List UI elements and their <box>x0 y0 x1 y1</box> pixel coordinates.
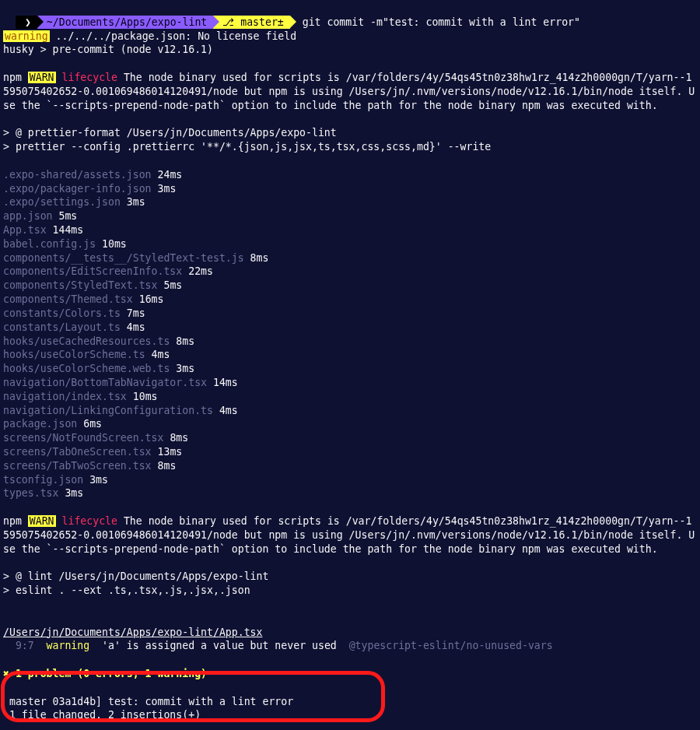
file-row: hooks/useCachedResources.ts 8ms <box>3 335 697 349</box>
file-row: constants/Layout.ts 4ms <box>3 321 697 335</box>
warn-badge: WARN <box>28 72 56 83</box>
prompt-line-2[interactable]: ❯~/Documents/Apps/expo-lint⎇ master <box>3 722 697 730</box>
file-row: screens/NotFoundScreen.tsx 8ms <box>3 431 697 445</box>
warning-badge: warning <box>3 30 50 42</box>
prettier-file-list: .expo-shared/assets.json 24ms.expo/packa… <box>3 168 697 501</box>
file-row: app.json 5ms <box>3 209 697 223</box>
file-row: components/__tests__/StyledText-test.js … <box>3 251 697 265</box>
file-row: components/StyledText.tsx 5ms <box>3 279 697 293</box>
pkg-warning: warning ../../../package.json: No licens… <box>3 30 697 44</box>
prompt-branch: ⎇ master± <box>213 16 290 29</box>
file-row: babel.config.js 10ms <box>3 237 697 251</box>
prettier-header: > @ prettier-format /Users/jn/Documents/… <box>3 126 697 140</box>
commit-result-1: master 03a1d4b] test: commit with a lint… <box>3 695 697 709</box>
file-row: screens/TabTwoScreen.tsx 8ms <box>3 459 697 473</box>
file-row: .expo-shared/assets.json 24ms <box>3 168 697 182</box>
lint-file: /Users/jn/Documents/Apps/expo-lint/App.t… <box>3 626 697 640</box>
file-row: navigation/BottomTabNavigator.tsx 14ms <box>3 376 697 390</box>
file-row: App.tsx 144ms <box>3 223 697 237</box>
file-row: hooks/useColorScheme.ts 4ms <box>3 348 697 362</box>
lint-header: > @ lint /Users/jn/Documents/Apps/expo-l… <box>3 570 697 584</box>
npm-warn-block: npm WARN lifecycle The node binary used … <box>3 57 697 112</box>
file-row: .expo/packager-info.json 3ms <box>3 182 697 196</box>
file-row: package.json 6ms <box>3 417 697 431</box>
prompt-line-1[interactable]: ❯~/Documents/Apps/expo-lint⎇ master± git… <box>3 2 697 30</box>
file-row: components/Themed.tsx 16ms <box>3 293 697 307</box>
lint-entry: 9:7 warning 'a' is assigned a value but … <box>3 639 697 653</box>
file-row: navigation/index.tsx 10ms <box>3 390 697 404</box>
prettier-command: > prettier --config .prettierrc '**/*.{j… <box>3 140 697 154</box>
lint-command: > eslint . --ext .ts,.tsx,.js,.jsx,.json <box>3 584 697 598</box>
file-row: hooks/useColorScheme.web.ts 3ms <box>3 362 697 376</box>
file-row: constants/Colors.ts 7ms <box>3 307 697 321</box>
problem-summary: ✖ 1 problem (0 errors, 1 warning) <box>3 667 697 681</box>
git-command: git commit -m"test: commit with a lint e… <box>303 16 580 28</box>
file-row: types.tsx 3ms <box>3 486 697 500</box>
file-row: navigation/LinkingConfiguration.ts 4ms <box>3 404 697 418</box>
commit-result-2: 1 file changed, 2 insertions(+) <box>3 708 697 722</box>
file-row: .expo/settings.json 3ms <box>3 195 697 209</box>
warn-badge: WARN <box>28 515 56 527</box>
file-row: screens/TabOneScreen.tsx 13ms <box>3 445 697 459</box>
npm-warn-block-2: npm WARN lifecycle The node binary used … <box>3 500 697 556</box>
file-row: tsconfig.json 3ms <box>3 473 697 487</box>
prompt-chevron: ❯ <box>16 16 37 29</box>
file-row: components/EditScreenInfo.tsx 22ms <box>3 265 697 279</box>
prompt-path: ~/Documents/Apps/expo-lint <box>37 16 213 29</box>
husky-line: husky > pre-commit (node v12.16.1) <box>3 43 697 57</box>
